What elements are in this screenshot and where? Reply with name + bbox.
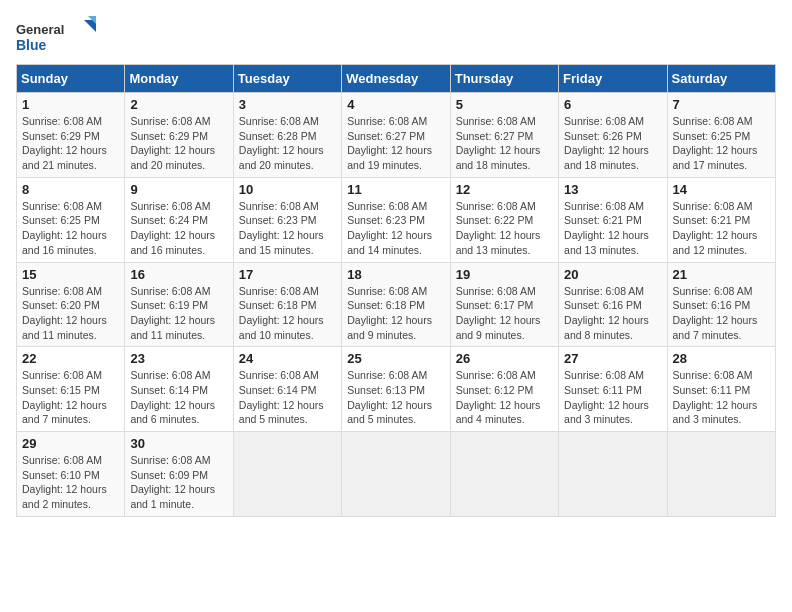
calendar-cell: 14Sunrise: 6:08 AM Sunset: 6:21 PM Dayli… [667,177,775,262]
day-number: 9 [130,182,227,197]
day-number: 29 [22,436,119,451]
day-number: 24 [239,351,336,366]
day-number: 23 [130,351,227,366]
day-number: 28 [673,351,770,366]
col-header-wednesday: Wednesday [342,65,450,93]
col-header-monday: Monday [125,65,233,93]
calendar-cell: 20Sunrise: 6:08 AM Sunset: 6:16 PM Dayli… [559,262,667,347]
day-number: 16 [130,267,227,282]
calendar-cell: 6Sunrise: 6:08 AM Sunset: 6:26 PM Daylig… [559,93,667,178]
calendar-cell: 16Sunrise: 6:08 AM Sunset: 6:19 PM Dayli… [125,262,233,347]
calendar-cell: 29Sunrise: 6:08 AM Sunset: 6:10 PM Dayli… [17,432,125,517]
day-number: 20 [564,267,661,282]
day-detail: Sunrise: 6:08 AM Sunset: 6:09 PM Dayligh… [130,453,227,512]
logo: General Blue [16,16,96,56]
day-detail: Sunrise: 6:08 AM Sunset: 6:14 PM Dayligh… [130,368,227,427]
calendar-cell: 23Sunrise: 6:08 AM Sunset: 6:14 PM Dayli… [125,347,233,432]
day-number: 19 [456,267,553,282]
day-detail: Sunrise: 6:08 AM Sunset: 6:27 PM Dayligh… [456,114,553,173]
calendar-cell: 27Sunrise: 6:08 AM Sunset: 6:11 PM Dayli… [559,347,667,432]
calendar-cell: 19Sunrise: 6:08 AM Sunset: 6:17 PM Dayli… [450,262,558,347]
day-number: 8 [22,182,119,197]
day-detail: Sunrise: 6:08 AM Sunset: 6:14 PM Dayligh… [239,368,336,427]
day-number: 10 [239,182,336,197]
day-number: 26 [456,351,553,366]
day-number: 6 [564,97,661,112]
day-detail: Sunrise: 6:08 AM Sunset: 6:11 PM Dayligh… [673,368,770,427]
calendar-cell: 30Sunrise: 6:08 AM Sunset: 6:09 PM Dayli… [125,432,233,517]
day-detail: Sunrise: 6:08 AM Sunset: 6:18 PM Dayligh… [239,284,336,343]
day-number: 25 [347,351,444,366]
calendar-cell: 10Sunrise: 6:08 AM Sunset: 6:23 PM Dayli… [233,177,341,262]
calendar-cell: 24Sunrise: 6:08 AM Sunset: 6:14 PM Dayli… [233,347,341,432]
col-header-tuesday: Tuesday [233,65,341,93]
calendar-cell [667,432,775,517]
day-detail: Sunrise: 6:08 AM Sunset: 6:17 PM Dayligh… [456,284,553,343]
calendar-cell: 3Sunrise: 6:08 AM Sunset: 6:28 PM Daylig… [233,93,341,178]
day-number: 22 [22,351,119,366]
day-detail: Sunrise: 6:08 AM Sunset: 6:29 PM Dayligh… [130,114,227,173]
calendar-cell: 8Sunrise: 6:08 AM Sunset: 6:25 PM Daylig… [17,177,125,262]
day-number: 13 [564,182,661,197]
logo-svg: General Blue [16,16,96,56]
calendar-cell: 11Sunrise: 6:08 AM Sunset: 6:23 PM Dayli… [342,177,450,262]
calendar-week-row: 29Sunrise: 6:08 AM Sunset: 6:10 PM Dayli… [17,432,776,517]
calendar-cell: 25Sunrise: 6:08 AM Sunset: 6:13 PM Dayli… [342,347,450,432]
calendar-cell: 18Sunrise: 6:08 AM Sunset: 6:18 PM Dayli… [342,262,450,347]
calendar-header-row: SundayMondayTuesdayWednesdayThursdayFrid… [17,65,776,93]
day-detail: Sunrise: 6:08 AM Sunset: 6:21 PM Dayligh… [564,199,661,258]
calendar-cell: 5Sunrise: 6:08 AM Sunset: 6:27 PM Daylig… [450,93,558,178]
day-detail: Sunrise: 6:08 AM Sunset: 6:22 PM Dayligh… [456,199,553,258]
calendar-cell: 4Sunrise: 6:08 AM Sunset: 6:27 PM Daylig… [342,93,450,178]
day-number: 17 [239,267,336,282]
calendar-cell [233,432,341,517]
day-detail: Sunrise: 6:08 AM Sunset: 6:18 PM Dayligh… [347,284,444,343]
calendar-cell: 17Sunrise: 6:08 AM Sunset: 6:18 PM Dayli… [233,262,341,347]
day-detail: Sunrise: 6:08 AM Sunset: 6:29 PM Dayligh… [22,114,119,173]
day-number: 18 [347,267,444,282]
calendar-week-row: 8Sunrise: 6:08 AM Sunset: 6:25 PM Daylig… [17,177,776,262]
day-number: 21 [673,267,770,282]
svg-text:Blue: Blue [16,37,47,53]
calendar-cell: 2Sunrise: 6:08 AM Sunset: 6:29 PM Daylig… [125,93,233,178]
calendar-week-row: 22Sunrise: 6:08 AM Sunset: 6:15 PM Dayli… [17,347,776,432]
day-detail: Sunrise: 6:08 AM Sunset: 6:19 PM Dayligh… [130,284,227,343]
calendar-cell [450,432,558,517]
day-number: 4 [347,97,444,112]
calendar-cell: 9Sunrise: 6:08 AM Sunset: 6:24 PM Daylig… [125,177,233,262]
calendar-week-row: 15Sunrise: 6:08 AM Sunset: 6:20 PM Dayli… [17,262,776,347]
day-number: 15 [22,267,119,282]
calendar-cell: 1Sunrise: 6:08 AM Sunset: 6:29 PM Daylig… [17,93,125,178]
calendar-cell: 28Sunrise: 6:08 AM Sunset: 6:11 PM Dayli… [667,347,775,432]
day-detail: Sunrise: 6:08 AM Sunset: 6:16 PM Dayligh… [673,284,770,343]
day-detail: Sunrise: 6:08 AM Sunset: 6:24 PM Dayligh… [130,199,227,258]
calendar-cell: 26Sunrise: 6:08 AM Sunset: 6:12 PM Dayli… [450,347,558,432]
day-detail: Sunrise: 6:08 AM Sunset: 6:10 PM Dayligh… [22,453,119,512]
day-detail: Sunrise: 6:08 AM Sunset: 6:13 PM Dayligh… [347,368,444,427]
day-number: 1 [22,97,119,112]
calendar-cell: 13Sunrise: 6:08 AM Sunset: 6:21 PM Dayli… [559,177,667,262]
calendar-cell: 22Sunrise: 6:08 AM Sunset: 6:15 PM Dayli… [17,347,125,432]
col-header-sunday: Sunday [17,65,125,93]
svg-text:General: General [16,22,64,37]
day-number: 30 [130,436,227,451]
col-header-saturday: Saturday [667,65,775,93]
calendar-table: SundayMondayTuesdayWednesdayThursdayFrid… [16,64,776,517]
calendar-cell: 15Sunrise: 6:08 AM Sunset: 6:20 PM Dayli… [17,262,125,347]
day-number: 27 [564,351,661,366]
day-detail: Sunrise: 6:08 AM Sunset: 6:23 PM Dayligh… [347,199,444,258]
day-detail: Sunrise: 6:08 AM Sunset: 6:15 PM Dayligh… [22,368,119,427]
day-number: 5 [456,97,553,112]
day-number: 12 [456,182,553,197]
day-detail: Sunrise: 6:08 AM Sunset: 6:16 PM Dayligh… [564,284,661,343]
day-number: 2 [130,97,227,112]
day-detail: Sunrise: 6:08 AM Sunset: 6:26 PM Dayligh… [564,114,661,173]
calendar-cell [342,432,450,517]
day-detail: Sunrise: 6:08 AM Sunset: 6:21 PM Dayligh… [673,199,770,258]
day-detail: Sunrise: 6:08 AM Sunset: 6:28 PM Dayligh… [239,114,336,173]
col-header-friday: Friday [559,65,667,93]
day-number: 11 [347,182,444,197]
calendar-cell: 7Sunrise: 6:08 AM Sunset: 6:25 PM Daylig… [667,93,775,178]
day-number: 14 [673,182,770,197]
day-detail: Sunrise: 6:08 AM Sunset: 6:25 PM Dayligh… [673,114,770,173]
